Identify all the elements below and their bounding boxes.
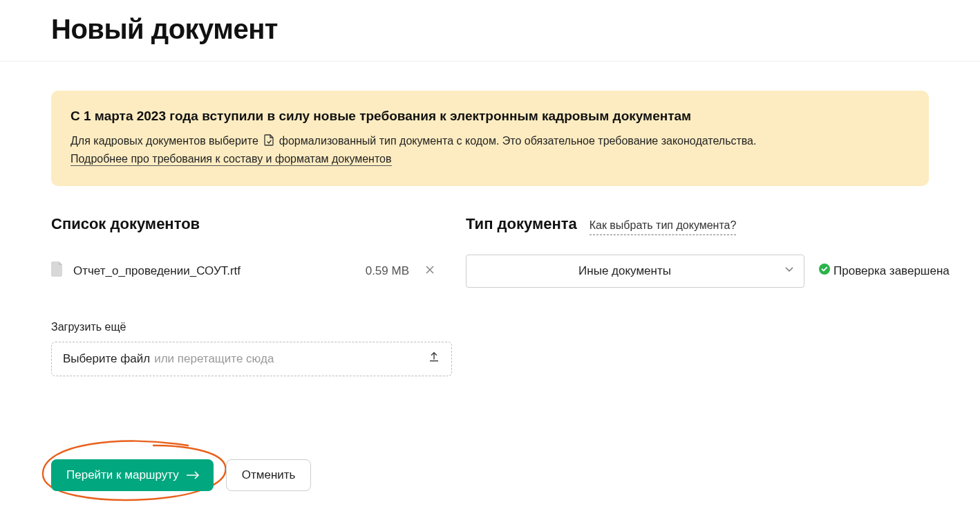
type-help-link[interactable]: Как выбрать тип документа? xyxy=(590,218,737,234)
primary-button-label: Перейти к маршруту xyxy=(66,468,179,482)
banner-title: С 1 марта 2023 года вступили в силу новы… xyxy=(70,107,910,126)
dropzone-hint-text: или перетащите сюда xyxy=(154,351,274,367)
upload-icon xyxy=(428,351,440,367)
file-dropzone[interactable]: Выберите файл или перетащите сюда xyxy=(51,342,452,376)
file-name: Отчет_о_проведении_СОУТ.rtf xyxy=(73,263,356,279)
banner-more-link[interactable]: Подробнее про требования к составу и фор… xyxy=(70,153,392,166)
page-header: Новый документ xyxy=(0,0,980,62)
dropzone-action-text: Выберите файл xyxy=(63,351,150,367)
info-banner: С 1 марта 2023 года вступили в силу новы… xyxy=(51,91,929,186)
document-icon xyxy=(264,134,274,151)
upload-more-label: Загрузить ещё xyxy=(51,320,929,335)
cancel-button[interactable]: Отменить xyxy=(226,459,312,491)
docs-section-title: Список документов xyxy=(51,214,200,235)
check-circle-icon xyxy=(818,263,831,280)
file-size: 0.59 MB xyxy=(366,263,409,279)
banner-body: Для кадровых документов выберите формали… xyxy=(70,133,910,169)
remove-file-button[interactable] xyxy=(422,261,438,280)
document-type-select[interactable]: Иные документы xyxy=(466,255,804,288)
banner-text-prefix: Для кадровых документов выберите xyxy=(70,135,258,147)
file-icon xyxy=(51,261,64,281)
type-section-title: Тип документа xyxy=(466,214,577,235)
arrow-right-icon xyxy=(186,470,200,480)
banner-text-suffix: формализованный тип документа с кодом. Э… xyxy=(279,135,757,147)
close-icon xyxy=(424,264,435,277)
select-value: Иные документы xyxy=(578,264,671,277)
status-text: Проверка завершена xyxy=(833,263,950,279)
go-to-route-button[interactable]: Перейти к маршруту xyxy=(51,459,214,491)
validation-status: Проверка завершена xyxy=(818,263,950,280)
page-title: Новый документ xyxy=(51,10,980,48)
file-row: Отчет_о_проведении_СОУТ.rtf 0.59 MB xyxy=(51,255,438,288)
